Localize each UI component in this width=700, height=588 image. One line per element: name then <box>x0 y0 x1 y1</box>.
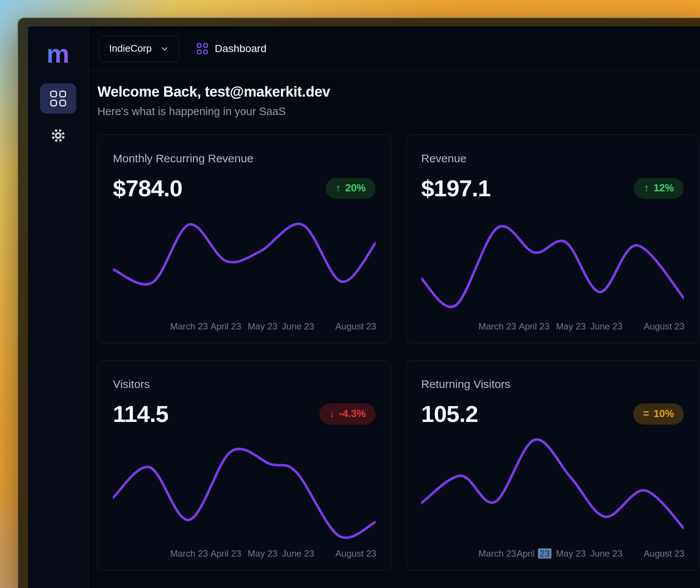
org-selector-button[interactable]: IndieCorp <box>99 35 179 62</box>
app-window-content: m IndieCorp <box>28 26 700 588</box>
sidebar-item-dashboard[interactable] <box>40 83 76 114</box>
org-selector-label: IndieCorp <box>109 43 152 54</box>
x-axis-tick: June 23 <box>282 321 314 332</box>
x-axis-labels: March 23 April 23 May 23 June 23 August … <box>113 548 376 560</box>
card-title: Monthly Recurring Revenue <box>113 152 376 165</box>
x-axis-tick: March 23 <box>170 548 208 559</box>
card-value: $197.1 <box>421 175 491 202</box>
x-axis-tick: April 23 <box>210 321 241 332</box>
welcome-subheading: Here's what is happening in your SaaS <box>97 105 699 118</box>
x-axis-tick: March 23 <box>170 321 208 332</box>
line-chart-returning-visitors <box>421 438 684 543</box>
topbar: IndieCorp Dashboard <box>88 26 700 71</box>
x-axis-tick: April 23 <box>519 321 549 332</box>
trend-badge-value: 10% <box>654 408 674 420</box>
x-axis-labels: March 23 April23 May 23 June 23 August 2… <box>421 548 684 560</box>
trend-badge-value: -4.3% <box>339 408 366 420</box>
x-axis-tick: August 23 <box>644 321 685 332</box>
x-axis-tick: June 23 <box>282 548 314 559</box>
trend-badge: ↑ 12% <box>634 178 684 199</box>
app-window: m IndieCorp <box>17 17 700 588</box>
x-axis-tick: August 23 <box>644 548 685 559</box>
card-value: 105.2 <box>421 400 478 427</box>
card-title: Visitors <box>113 378 376 391</box>
x-axis-tick-text: April <box>517 548 535 559</box>
x-axis-tick: May 23 <box>248 548 278 559</box>
x-axis-tick: March 23 <box>478 321 516 332</box>
x-axis-tick: May 23 <box>556 548 586 559</box>
x-axis-tick: March 23 <box>478 548 516 559</box>
x-axis-labels: March 23 April 23 May 23 June 23 August … <box>421 321 684 333</box>
value-row: 114.5 ↓ -4.3% <box>113 400 376 427</box>
x-axis-tick: May 23 <box>248 321 278 332</box>
page-breadcrumb-dashboard[interactable]: Dashboard <box>197 43 267 55</box>
card-returning-visitors: Returning Visitors 105.2 = 10% <box>406 360 700 571</box>
page-title: Dashboard <box>215 43 267 55</box>
card-revenue: Revenue $197.1 ↑ 12% <box>406 134 700 343</box>
trend-badge: ↑ 20% <box>326 178 376 199</box>
value-row: 105.2 = 10% <box>421 400 684 427</box>
value-row: $197.1 ↑ 12% <box>421 175 684 202</box>
line-chart-revenue <box>421 212 684 316</box>
arrow-down-icon: ↓ <box>329 408 335 420</box>
equals-icon: = <box>643 408 649 420</box>
card-value: 114.5 <box>113 400 168 427</box>
grid-icon <box>50 91 66 106</box>
stat-cards-grid: Monthly Recurring Revenue $784.0 ↑ 20% <box>97 134 699 571</box>
welcome-heading: Welcome Back, test@makerkit.dev <box>97 84 699 100</box>
arrow-up-icon: ↑ <box>644 182 649 194</box>
trend-badge-value: 20% <box>345 182 365 194</box>
x-axis-tick: June 23 <box>590 548 622 559</box>
card-visitors: Visitors 114.5 ↓ -4.3% <box>97 360 391 571</box>
x-axis-tick: June 23 <box>590 321 622 332</box>
sidebar: m <box>28 26 88 588</box>
trend-badge-value: 12% <box>654 182 674 194</box>
card-monthly-recurring-revenue: Monthly Recurring Revenue $784.0 ↑ 20% <box>97 134 391 343</box>
main-column: IndieCorp Dashboard Welcome Back, test@m… <box>88 26 700 588</box>
line-chart-visitors <box>113 438 376 543</box>
x-axis-tick: August 23 <box>335 321 376 332</box>
arrow-up-icon: ↑ <box>336 182 341 194</box>
makerkit-logo[interactable]: m <box>46 41 69 66</box>
x-axis-tick: April 23 <box>210 548 241 559</box>
line-chart-mrr <box>113 212 376 316</box>
x-axis-tick: May 23 <box>556 321 586 332</box>
value-row: $784.0 ↑ 20% <box>113 175 376 202</box>
selected-text: 23 <box>538 548 552 559</box>
chevron-down-icon <box>160 44 169 53</box>
desktop-wallpaper: m IndieCorp <box>0 0 700 588</box>
card-title: Returning Visitors <box>421 378 684 391</box>
x-axis-tick: August 23 <box>335 548 376 559</box>
grid-icon <box>197 43 208 54</box>
x-axis-tick: April23 <box>517 548 552 559</box>
card-title: Revenue <box>421 152 684 165</box>
trend-badge: ↓ -4.3% <box>319 403 375 425</box>
dashboard-content: Welcome Back, test@makerkit.dev Here's w… <box>88 71 700 588</box>
gear-icon <box>50 128 66 143</box>
sidebar-item-settings[interactable] <box>40 120 76 151</box>
x-axis-labels: March 23 April 23 May 23 June 23 August … <box>113 321 376 333</box>
trend-badge: = 10% <box>633 403 684 425</box>
card-value: $784.0 <box>113 175 182 202</box>
